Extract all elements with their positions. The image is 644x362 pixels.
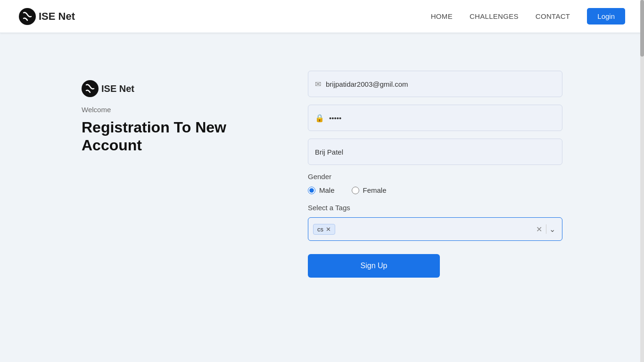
tags-controls: ✕ ⌄ — [533, 224, 557, 234]
gender-female-option[interactable]: Female — [352, 186, 387, 194]
tag-cs-remove[interactable]: ✕ — [326, 226, 331, 232]
tags-group: Select a Tags cs ✕ ✕ ⌄ — [308, 204, 562, 241]
navbar: ISE Net HOME CHALLENGES CONTACT Login — [0, 0, 644, 33]
main-content: ISE Net Welcome Registration To New Acco… — [0, 33, 644, 362]
fullname-input-wrapper — [308, 139, 562, 165]
svg-point-1 — [82, 80, 99, 97]
nav-links: HOME CHALLENGES CONTACT Login — [431, 8, 625, 25]
tags-chevron-icon[interactable]: ⌄ — [547, 225, 557, 234]
gender-group: Gender Male Female — [308, 173, 562, 194]
left-panel: ISE Net Welcome Registration To New Acco… — [82, 71, 280, 155]
registration-title: Registration To New Account — [82, 118, 280, 155]
left-brand: ISE Net — [82, 80, 280, 97]
tags-clear-icon[interactable]: ✕ — [533, 225, 545, 234]
password-input-wrapper: 🔒 — [308, 105, 562, 131]
brand-logo[interactable]: ISE Net — [19, 8, 75, 25]
email-icon: ✉ — [315, 80, 321, 89]
left-logo-icon — [82, 80, 99, 97]
scrollbar-thumb[interactable] — [640, 0, 644, 57]
tag-cs: cs ✕ — [313, 224, 335, 235]
tags-wrapper: cs ✕ ✕ ⌄ — [308, 217, 562, 241]
logo-icon — [19, 8, 36, 25]
brand-name: ISE Net — [39, 10, 75, 23]
email-input-wrapper: ✉ — [308, 71, 562, 97]
email-input[interactable] — [326, 80, 555, 88]
nav-challenges[interactable]: CHALLENGES — [470, 12, 519, 20]
login-button[interactable]: Login — [587, 8, 625, 25]
gender-male-radio[interactable] — [308, 187, 315, 194]
welcome-text: Welcome — [82, 106, 280, 114]
fullname-input[interactable] — [315, 148, 555, 156]
email-group: ✉ — [308, 71, 562, 97]
gender-male-option[interactable]: Male — [308, 186, 335, 194]
password-input[interactable] — [329, 114, 555, 122]
scrollbar[interactable] — [640, 0, 644, 362]
nav-home[interactable]: HOME — [431, 12, 453, 20]
tags-divider — [546, 224, 546, 234]
tags-label: Select a Tags — [308, 204, 562, 212]
right-panel: ✉ 🔒 Gender Male — [280, 71, 562, 278]
tags-input[interactable] — [338, 225, 533, 233]
fullname-group — [308, 139, 562, 165]
signup-button[interactable]: Sign Up — [308, 254, 440, 278]
gender-female-label: Female — [363, 186, 387, 194]
tag-cs-label: cs — [317, 226, 323, 233]
nav-contact[interactable]: CONTACT — [536, 12, 570, 20]
password-group: 🔒 — [308, 105, 562, 131]
gender-options: Male Female — [308, 186, 562, 194]
left-brand-name: ISE Net — [101, 83, 134, 94]
svg-point-0 — [19, 8, 36, 25]
gender-label: Gender — [308, 173, 562, 181]
gender-female-radio[interactable] — [352, 187, 359, 194]
gender-male-label: Male — [319, 186, 335, 194]
lock-icon: 🔒 — [315, 114, 324, 123]
